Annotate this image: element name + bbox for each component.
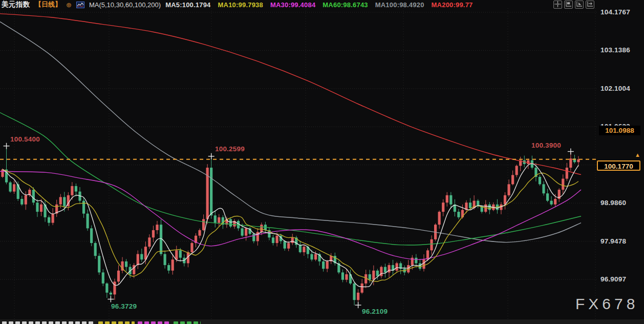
ma5-line xyxy=(3,164,578,287)
clipped-legend-fragment xyxy=(112,321,116,324)
ma-legend-value: MA100:98.4920 xyxy=(375,1,424,9)
chart-header: 美元指数 【日线】 ⊕ MA(5,10,30,60,100,200) MA5:1… xyxy=(2,1,473,9)
clipped-legend-fragment xyxy=(118,321,123,324)
clipped-legend-fragment xyxy=(55,321,60,324)
ma-legend-value: MA30:99.4084 xyxy=(270,1,315,9)
clipped-legend-fragment xyxy=(89,321,93,324)
clipped-legend-fragment xyxy=(49,321,53,324)
y-axis-tick: 96.9097 xyxy=(600,275,641,283)
crosshair-tool-button[interactable] xyxy=(553,1,562,9)
clipped-legend-fragment xyxy=(138,321,142,324)
chart-window: 美元指数 【日线】 ⊕ MA(5,10,30,60,100,200) MA5:1… xyxy=(0,0,644,324)
clipped-legend-fragment xyxy=(35,321,40,324)
clipped-legend-fragment xyxy=(187,321,191,324)
candlestick-chart[interactable] xyxy=(0,0,644,324)
ma-legend-value: MA60:98.6743 xyxy=(323,1,368,9)
clipped-legend-fragment xyxy=(69,321,73,324)
ma-legend-values: MA5:100.1794MA10:99.7938MA30:99.4084MA60… xyxy=(165,1,473,9)
ma-legend-value: MA5:100.1794 xyxy=(165,1,210,9)
chart-thumbnail-icon[interactable] xyxy=(76,2,84,8)
y-axis-tick: 102.1004 xyxy=(600,85,641,92)
chart-flag-left-tool-icon xyxy=(565,1,572,9)
clipped-legend-fragment xyxy=(75,321,80,324)
clipped-legend-fragment xyxy=(125,321,130,324)
grid xyxy=(0,8,598,319)
y-axis-tick: 104.1767 xyxy=(600,8,641,16)
extreme-cross-marker xyxy=(355,302,361,308)
extreme-cross-marker xyxy=(108,296,114,302)
clipped-legend-fragment xyxy=(15,321,20,324)
clipped-legend-fragment xyxy=(144,321,149,324)
ma-legend-value: MA10:99.7938 xyxy=(218,1,263,9)
clipped-legend-fragment xyxy=(42,321,47,324)
chart-play-tool-icon xyxy=(576,1,583,9)
clipped-legend-fragment xyxy=(22,321,27,324)
current-price-tag: 100.1770 xyxy=(597,160,640,171)
watermark: FX678 xyxy=(575,295,638,313)
extreme-cross-marker xyxy=(208,153,214,159)
y-axis-tick: 97.9478 xyxy=(600,237,641,245)
clipped-legend-fragment xyxy=(98,321,103,324)
crosshair-tool-icon xyxy=(554,1,561,9)
clipped-legend-fragment xyxy=(158,321,162,324)
clipped-legend-fragment xyxy=(62,321,67,324)
extreme-cross-marker xyxy=(4,143,10,149)
ma-legend-value: MA200:99.77 xyxy=(432,1,473,9)
chart-toolbar xyxy=(553,1,594,9)
y-axis-tick: 103.1386 xyxy=(600,46,641,54)
clipped-legend-fragment xyxy=(29,321,33,324)
bottom-indicator-strip xyxy=(0,319,644,324)
clipped-legend-fragment xyxy=(174,321,178,324)
clipped-legend-fragment xyxy=(194,321,198,324)
clipped-legend-fragment xyxy=(200,321,201,324)
clipped-legend-fragment xyxy=(180,321,185,324)
chart-flag-left-tool-button[interactable] xyxy=(564,1,573,9)
extreme-price-annotation: 100.2599 xyxy=(215,145,245,153)
extreme-price-annotation: 96.3729 xyxy=(111,302,137,310)
extreme-cross-marker xyxy=(568,149,574,155)
ma10-line xyxy=(3,170,578,281)
clipped-legend-fragment xyxy=(164,321,169,324)
ma-group-label: MA(5,10,30,60,100,200) xyxy=(89,1,161,9)
y-axis-tick: 98.9860 xyxy=(600,199,641,207)
price-up-arrow-icon: ▲ xyxy=(635,152,640,158)
ma200-line xyxy=(0,14,581,175)
extreme-price-annotation: 96.2109 xyxy=(362,308,388,315)
clipped-legend-fragment xyxy=(132,321,135,324)
candles xyxy=(1,146,579,306)
high-price-marker: 101.0988 xyxy=(599,126,640,135)
chart-play-tool-button[interactable] xyxy=(575,1,584,9)
extreme-price-annotation: 100.5400 xyxy=(10,135,40,143)
chart-export-tool-icon xyxy=(587,1,593,9)
clipped-legend-fragment xyxy=(151,321,156,324)
clipped-legend-fragment xyxy=(82,321,87,324)
symbol-title: 美元指数 xyxy=(2,0,30,9)
period-label: 【日线】 xyxy=(35,0,61,9)
add-indicator-icon[interactable]: ⊕ xyxy=(66,2,72,8)
clipped-legend-fragment xyxy=(2,321,7,324)
clipped-legend-fragment xyxy=(9,321,13,324)
extreme-price-annotation: 100.3900 xyxy=(531,141,561,149)
chart-export-tool-button[interactable] xyxy=(586,1,594,9)
clipped-legend-fragment xyxy=(105,321,110,324)
